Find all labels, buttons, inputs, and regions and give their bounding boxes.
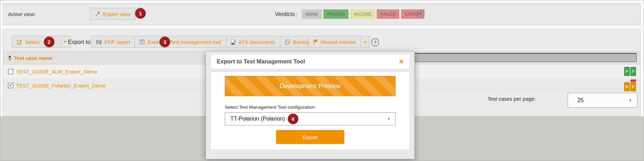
help-icon[interactable]: ? xyxy=(416,10,424,18)
checkbox-check-icon xyxy=(17,39,23,45)
export-view-label: Export view xyxy=(103,11,130,17)
record-release-group: Record release ▾ xyxy=(308,36,370,48)
backup-icon xyxy=(285,39,290,45)
verdict-chip-none: NONE xyxy=(302,9,322,19)
export-button[interactable]: Export xyxy=(276,130,344,144)
chevron-down-icon: ▼ xyxy=(387,117,391,121)
button-divider xyxy=(61,38,61,46)
annotation-badge-3: 3 xyxy=(160,37,170,47)
pin-icon xyxy=(95,11,101,17)
test-case-link[interactable]: TEST_GUIDE_ALM_Export_Demo xyxy=(16,69,97,75)
verdicts-legend: Verdicts : NONE PASSED INCONC FAILED ERR… xyxy=(275,3,426,25)
test-case-link[interactable]: TEST_GUIDE_Polarion_Export_Demo xyxy=(16,83,106,89)
sort-icon xyxy=(8,55,12,61)
flag-icon xyxy=(313,39,318,45)
export-tmt-dialog: Export to Test Management Tool × Develop… xyxy=(206,51,415,159)
verdict-mini-chip[interactable]: P xyxy=(630,79,636,91)
select-button[interactable]: Select 2 ▾ xyxy=(12,36,71,48)
verdict-chip-passed: PASSED xyxy=(323,9,348,19)
chevron-down-icon: ▾ xyxy=(364,39,366,44)
per-page-label: Test cases per page: xyxy=(488,96,536,102)
active-view-label: Active view: xyxy=(8,3,36,25)
verdict-mini-chip[interactable]: P xyxy=(624,67,630,76)
active-view-bar: Active view: Export view 1 Verdicts : NO… xyxy=(3,3,641,25)
config-select-label: Select Test Management Tool configuratio… xyxy=(225,105,396,110)
record-release-dropdown-button[interactable]: ▾ xyxy=(361,36,370,48)
dialog-title-bar: Export to Test Management Tool × xyxy=(210,54,410,69)
export-view-button[interactable]: Export view xyxy=(90,8,135,20)
red-cap-indicator xyxy=(630,79,636,82)
annotation-badge-4: 4 xyxy=(288,114,298,124)
table-header-label: Test case name xyxy=(14,55,53,61)
per-page-select[interactable]: 25 ▼ xyxy=(568,93,637,108)
atx-documents-label: ATX documents xyxy=(239,39,276,45)
row-checkbox[interactable]: ✓ xyxy=(8,83,13,88)
help-icon[interactable]: ? xyxy=(371,38,379,46)
chevron-down-icon: ▼ xyxy=(628,98,632,102)
annotation-badge-2: 2 xyxy=(44,37,54,47)
verdict-mini-chip[interactable]: P xyxy=(630,67,636,76)
verdict-chip-failed: FAILED xyxy=(377,9,399,19)
verdict-mini-chip[interactable]: N xyxy=(624,82,630,91)
chevron-down-icon: ▾ xyxy=(64,39,66,44)
dialog-title: Export to Test Management Tool xyxy=(217,58,305,65)
pdf-report-icon xyxy=(96,39,102,45)
row-checkbox[interactable] xyxy=(8,69,13,74)
record-release-label: Record release xyxy=(321,39,356,45)
development-preview-banner: Development Preview xyxy=(225,76,396,96)
atx-documents-button[interactable]: ATX documents xyxy=(226,36,281,48)
row-verdict-chips: N P xyxy=(624,79,636,91)
verdict-chip-inconc: INCONC xyxy=(350,9,375,19)
backup-label: Backup xyxy=(293,39,310,45)
excel-label: Excel xyxy=(147,39,160,45)
test-management-tool-button[interactable]: Test management tool xyxy=(165,36,226,48)
annotation-badge-1: 1 xyxy=(135,8,146,18)
record-release-button[interactable]: Record release xyxy=(308,36,361,48)
excel-icon xyxy=(139,39,145,45)
per-page-value: 25 xyxy=(577,97,584,104)
test-management-tool-label: Test management tool xyxy=(170,39,221,45)
tmt-configuration-value: TT-Polarion (Polarion) xyxy=(230,116,285,122)
verdicts-label: Verdicts : xyxy=(275,11,298,17)
dialog-body: Development Preview Select Test Manageme… xyxy=(210,72,410,150)
row-verdict-chips: P P xyxy=(624,67,636,76)
close-icon[interactable]: × xyxy=(399,58,404,66)
select-button-label: Select xyxy=(25,39,40,45)
export-button-group: PDF report Excel 3 Test management tool xyxy=(91,36,315,48)
tmt-configuration-select[interactable]: TT-Polarion (Polarion) 4 ▼ xyxy=(225,112,396,125)
atx-document-icon xyxy=(231,39,236,45)
pdf-report-button[interactable]: PDF report xyxy=(91,36,135,48)
export-toolbar: Select 2 ▾ Export to: PDF report xyxy=(3,36,640,48)
export-to-label: Export to: xyxy=(68,36,92,48)
pdf-report-label: PDF report xyxy=(105,39,130,45)
